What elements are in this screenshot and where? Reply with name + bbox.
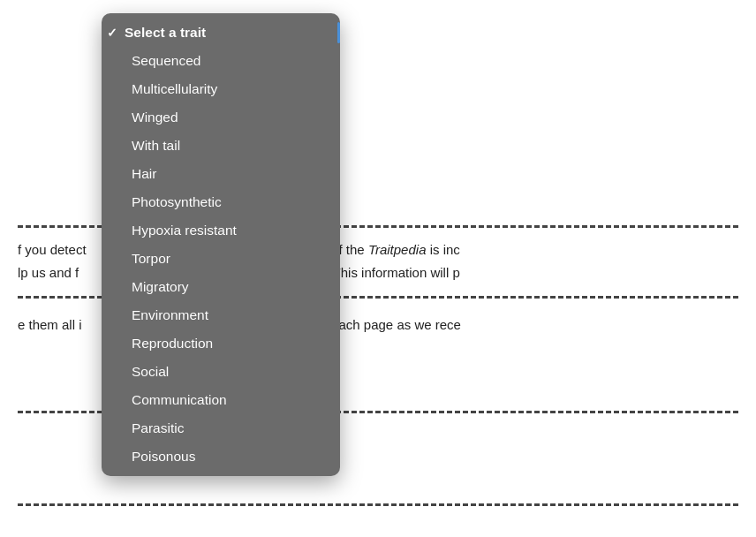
dropdown-item-communication[interactable]: Communication (102, 386, 340, 414)
dropdown-item-hypoxia-resistant[interactable]: Hypoxia resistant (102, 216, 340, 245)
dropdown-item-with-tail[interactable]: With tail (102, 132, 340, 160)
dropdown-item-poisonous[interactable]: Poisonous (102, 442, 340, 471)
dropdown-item-label: Select a trait (116, 25, 206, 41)
dropdown-item-label: Migratory (116, 279, 189, 295)
dropdown-item-parasitic[interactable]: Parasitic (102, 414, 340, 442)
dropdown-item-label: Social (116, 364, 169, 380)
dropdown-item-select-a-trait[interactable]: ✓Select a trait (102, 19, 340, 47)
dropdown-item-winged[interactable]: Winged (102, 103, 340, 132)
dropdown-item-label: Sequenced (116, 53, 200, 69)
dropdown-item-label: Multicellularity (116, 81, 217, 97)
dropdown-item-environment[interactable]: Environment (102, 301, 340, 329)
dropdown-item-label: Photosynthetic (116, 194, 222, 210)
dropdown-item-hair[interactable]: Hair (102, 160, 340, 188)
dropdown-item-label: Poisonous (116, 449, 195, 465)
dropdown-item-label: Winged (116, 110, 178, 125)
trait-dropdown[interactable]: ✓Select a traitSequencedMulticellularity… (102, 13, 340, 476)
dropdown-item-label: Environment (116, 307, 208, 323)
dropdown-item-reproduction[interactable]: Reproduction (102, 329, 340, 358)
dropdown-item-label: Communication (116, 392, 227, 408)
dropdown-item-torpor[interactable]: Torpor (102, 245, 340, 273)
dropdown-item-sequenced[interactable]: Sequenced (102, 47, 340, 75)
checkmark-icon: ✓ (107, 26, 117, 40)
dropdown-item-photosynthetic[interactable]: Photosynthetic (102, 188, 340, 216)
dropdown-item-label: Reproduction (116, 336, 213, 352)
dropdown-item-label: Torpor (116, 251, 170, 267)
dropdown-item-label: Hypoxia resistant (116, 223, 237, 238)
dropdown-item-multicellularity[interactable]: Multicellularity (102, 75, 340, 103)
dropdown-item-migratory[interactable]: Migratory (102, 273, 340, 301)
dropdown-item-label: Parasitic (116, 420, 184, 436)
dropdown-item-social[interactable]: Social (102, 358, 340, 386)
dropdown-item-label: With tail (116, 138, 180, 154)
dropdown-item-label: Hair (116, 166, 156, 182)
